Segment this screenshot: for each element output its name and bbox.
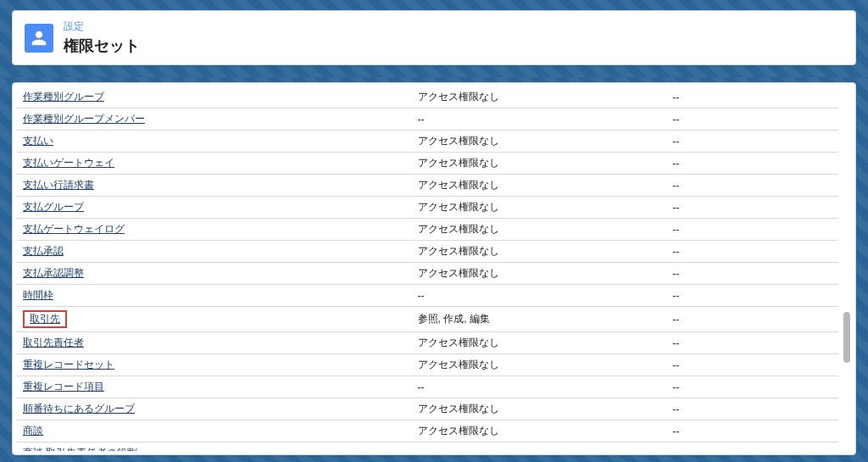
extra-cell: -- xyxy=(665,175,838,197)
highlight-box: 取引先 xyxy=(23,310,67,328)
user-icon xyxy=(25,24,53,53)
object-name-cell: 商談 取引先責任者の役割 xyxy=(16,443,411,451)
extra-cell: -- xyxy=(665,398,838,420)
object-name-cell: 順番待ちにあるグループ xyxy=(16,398,411,420)
object-name-cell: 時間枠 xyxy=(16,285,411,307)
object-link[interactable]: 支払グループ xyxy=(23,201,84,213)
access-cell: -- xyxy=(411,443,584,451)
table-row: 取引先参照, 作成, 編集-- xyxy=(16,307,838,332)
table-row: 支払承認調整アクセス権限なし-- xyxy=(16,263,838,285)
object-name-cell: 支払承認 xyxy=(16,241,411,263)
object-link[interactable]: 作業種別グループメンバー xyxy=(23,113,145,125)
object-link[interactable]: 時間枠 xyxy=(23,289,53,301)
extra-cell: -- xyxy=(665,354,838,376)
spacer-cell xyxy=(583,420,665,443)
extra-cell: -- xyxy=(665,197,838,219)
spacer-cell xyxy=(583,307,665,332)
object-link[interactable]: 支払いゲートウェイ xyxy=(23,157,114,169)
object-link[interactable]: 取引先責任者 xyxy=(23,337,84,348)
table-row: 商談 取引先責任者の役割---- xyxy=(16,443,838,451)
spacer-cell xyxy=(583,376,665,398)
access-cell: -- xyxy=(411,376,584,398)
access-cell: アクセス権限なし xyxy=(411,86,584,109)
spacer-cell xyxy=(583,219,665,241)
access-cell: アクセス権限なし xyxy=(411,398,584,420)
extra-cell: -- xyxy=(665,285,838,307)
object-name-cell: 取引先責任者 xyxy=(16,332,411,354)
object-name-cell: 重複レコード項目 xyxy=(16,376,411,398)
object-link[interactable]: 重複レコード項目 xyxy=(23,381,104,392)
object-link[interactable]: 支払承認調整 xyxy=(23,267,84,279)
access-cell: アクセス権限なし xyxy=(411,263,584,285)
breadcrumb: 設定 xyxy=(64,19,140,34)
extra-cell: -- xyxy=(665,376,838,398)
table-row: 取引先責任者アクセス権限なし-- xyxy=(16,332,838,354)
table-row: 重複レコードセットアクセス権限なし-- xyxy=(16,354,838,376)
spacer-cell xyxy=(583,285,665,307)
spacer-cell xyxy=(583,86,665,109)
spacer-cell xyxy=(583,263,665,285)
table-row: 作業種別グループメンバー---- xyxy=(16,109,838,131)
object-link[interactable]: 支払ゲートウェイログ xyxy=(23,223,125,235)
scrollbar[interactable] xyxy=(843,92,850,446)
object-name-cell: 取引先 xyxy=(16,307,411,332)
access-cell: アクセス権限なし xyxy=(411,332,584,354)
object-name-cell: 支払いゲートウェイ xyxy=(16,153,411,175)
spacer-cell xyxy=(583,354,665,376)
access-cell: アクセス権限なし xyxy=(411,354,584,376)
object-link[interactable]: 順番待ちにあるグループ xyxy=(23,403,135,415)
object-link[interactable]: 重複レコードセット xyxy=(23,359,114,370)
object-link[interactable]: 支払い xyxy=(23,135,53,147)
page-header: 設定 権限セット xyxy=(12,10,856,65)
table-row: 支払いアクセス権限なし-- xyxy=(16,131,838,153)
object-name-cell: 支払グループ xyxy=(16,197,411,219)
object-link[interactable]: 支払承認 xyxy=(23,245,64,257)
table-row: 支払い行請求書アクセス権限なし-- xyxy=(16,175,838,197)
table-row: 支払グループアクセス権限なし-- xyxy=(16,197,838,219)
access-cell: アクセス権限なし xyxy=(411,175,584,197)
object-name-cell: 重複レコードセット xyxy=(16,354,411,376)
object-name-cell: 支払い xyxy=(16,131,411,153)
access-cell: -- xyxy=(411,109,584,131)
object-link[interactable]: 商談 取引先責任者の役割 xyxy=(23,447,137,451)
object-name-cell: 商談 xyxy=(16,420,411,443)
spacer-cell xyxy=(583,131,665,153)
extra-cell: -- xyxy=(665,307,838,332)
access-cell: アクセス権限なし xyxy=(411,420,584,443)
object-link[interactable]: 作業種別グループ xyxy=(23,91,104,103)
table-row: 時間枠---- xyxy=(16,285,838,307)
table-row: 順番待ちにあるグループアクセス権限なし-- xyxy=(16,398,838,420)
permissions-scroll[interactable]: 作業種別グループアクセス権限なし--作業種別グループメンバー----支払いアクセ… xyxy=(16,86,838,451)
access-cell: アクセス権限なし xyxy=(411,153,584,175)
extra-cell: -- xyxy=(665,263,838,285)
object-name-cell: 支払承認調整 xyxy=(16,263,411,285)
access-cell: アクセス権限なし xyxy=(411,131,584,153)
spacer-cell xyxy=(583,153,665,175)
spacer-cell xyxy=(583,332,665,354)
object-name-cell: 作業種別グループ xyxy=(16,86,411,109)
table-row: 支払ゲートウェイログアクセス権限なし-- xyxy=(16,219,838,241)
spacer-cell xyxy=(583,197,665,219)
spacer-cell xyxy=(583,109,665,131)
permissions-panel: 作業種別グループアクセス権限なし--作業種別グループメンバー----支払いアクセ… xyxy=(12,82,856,455)
spacer-cell xyxy=(583,398,665,420)
object-link[interactable]: 商談 xyxy=(23,425,43,437)
object-name-cell: 作業種別グループメンバー xyxy=(16,109,411,131)
object-name-cell: 支払い行請求書 xyxy=(16,175,411,197)
spacer-cell xyxy=(583,175,665,197)
table-row: 商談アクセス権限なし-- xyxy=(16,420,838,443)
access-cell: 参照, 作成, 編集 xyxy=(411,307,584,332)
table-row: 作業種別グループアクセス権限なし-- xyxy=(16,86,838,109)
spacer-cell xyxy=(583,443,665,451)
object-link[interactable]: 取引先 xyxy=(30,313,60,325)
permissions-table: 作業種別グループアクセス権限なし--作業種別グループメンバー----支払いアクセ… xyxy=(16,86,838,451)
access-cell: アクセス権限なし xyxy=(411,219,584,241)
table-row: 重複レコード項目---- xyxy=(16,376,838,398)
extra-cell: -- xyxy=(665,241,838,263)
extra-cell: -- xyxy=(665,86,838,109)
extra-cell: -- xyxy=(665,443,838,451)
scrollbar-thumb[interactable] xyxy=(843,312,850,363)
access-cell: アクセス権限なし xyxy=(411,241,584,263)
extra-cell: -- xyxy=(665,219,838,241)
object-link[interactable]: 支払い行請求書 xyxy=(23,179,94,191)
